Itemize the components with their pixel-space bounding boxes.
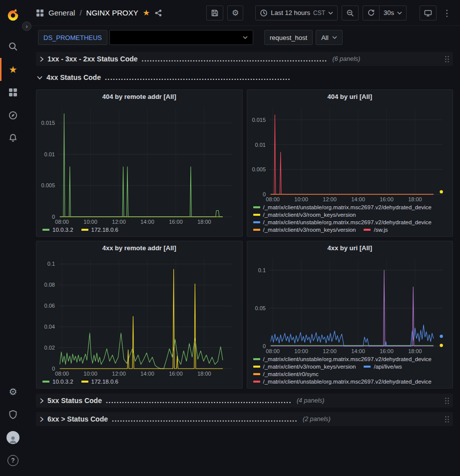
legend-label: /_matrix/client/v3/room_keys/version — [263, 364, 356, 370]
settings-gear-icon: ⚙ — [232, 9, 239, 17]
svg-text:0.1: 0.1 — [258, 267, 265, 273]
row-title-leader: ........................................… — [106, 397, 291, 405]
legend-item[interactable]: 172.18.0.6 — [81, 379, 118, 385]
sidebar: ★ ⚙ — [0, 0, 26, 476]
svg-text:10:00: 10:00 — [294, 348, 308, 354]
sidebar-item-explore[interactable] — [0, 104, 26, 127]
request-host-variable-select[interactable]: All — [316, 30, 342, 45]
svg-text:14:00: 14:00 — [351, 196, 365, 202]
sidebar-bottom: ⚙ ? — [0, 380, 26, 476]
nav-actions: ⚙ Last 12 hours CST 30s — [206, 5, 453, 20]
sidebar-item-profile[interactable] — [0, 426, 26, 449]
search-icon — [8, 41, 18, 51]
svg-text:0.015: 0.015 — [41, 120, 55, 126]
kebab-menu-button[interactable]: ⋮ — [441, 5, 453, 20]
svg-text:0.08: 0.08 — [44, 282, 55, 288]
grafana-logo[interactable] — [0, 4, 26, 26]
datasource-variable-select[interactable] — [109, 30, 253, 45]
row-panel-count: (4 panels) — [297, 397, 325, 404]
svg-text:12:00: 12:00 — [323, 196, 337, 202]
svg-text:0: 0 — [262, 343, 265, 349]
dashboard-settings-button[interactable]: ⚙ — [227, 5, 243, 20]
legend-swatch — [253, 214, 260, 216]
panel-3: 4xx by remote addr [All]00.020.040.060.0… — [36, 241, 243, 389]
caret-down-icon — [332, 36, 337, 39]
legend-item[interactable]: /_matrix/client/unstable/org.matrix.msc2… — [253, 356, 432, 362]
row-6xx[interactable]: 6xx > Status Code ......................… — [36, 412, 453, 426]
cycle-view-mode-button[interactable] — [420, 5, 437, 20]
row-drag-handle[interactable] — [445, 55, 450, 63]
chart-area: 00.0050.010.01508:0010:0012:0014:0016:00… — [247, 103, 453, 203]
legend-swatch — [253, 381, 260, 383]
panel-title[interactable]: 4xx by remote addr [All] — [36, 241, 242, 255]
svg-text:0.04: 0.04 — [44, 324, 55, 330]
chevron-right-icon — [40, 398, 43, 404]
row-drag-handle[interactable] — [445, 397, 450, 405]
favorite-star-icon[interactable]: ★ — [143, 9, 150, 17]
legend-item[interactable]: /_matrix/client/v3/room_keys/version — [253, 212, 356, 218]
help-icon: ? — [7, 455, 18, 466]
legend-item[interactable]: 172.18.0.6 — [81, 227, 118, 233]
share-icon[interactable] — [154, 9, 162, 17]
caret-down-icon — [397, 11, 402, 14]
row-4xx[interactable]: 4xx Status Code ........................… — [36, 70, 453, 84]
panel-legend: 10.0.3.2172.18.0.6 — [36, 377, 242, 388]
chevron-right-icon — [40, 417, 43, 422]
time-series-chart[interactable]: 00.0050.010.01508:0010:0012:0014:0016:00… — [38, 103, 240, 225]
legend-item[interactable]: /_matrix/client/v3/room_keys/version — [253, 364, 356, 370]
time-series-chart[interactable]: 00.050.108:0010:0012:0014:0016:0018:00 — [249, 255, 451, 355]
legend-swatch — [364, 229, 371, 231]
sidebar-item-help[interactable]: ? — [0, 449, 26, 472]
sidebar-item-starred[interactable]: ★ — [0, 58, 26, 81]
legend-swatch — [253, 373, 260, 375]
dashboard-content: 1xx - 3xx - 2xx Status Code ............… — [26, 49, 460, 426]
refresh-interval-dropdown[interactable]: 30s — [379, 5, 407, 20]
legend-item[interactable]: /_matrix/client/r0/sync — [253, 371, 319, 377]
breadcrumb-separator: / — [79, 8, 81, 17]
legend-label: /_matrix/client/unstable/org.matrix.msc2… — [263, 204, 432, 210]
refresh-icon — [367, 9, 375, 17]
svg-text:16:00: 16:00 — [380, 348, 394, 354]
panel-title[interactable]: 404 by uri [All] — [247, 90, 453, 103]
time-range-picker[interactable]: Last 12 hours CST — [255, 5, 338, 20]
row-1xx-3xx-2xx[interactable]: 1xx - 3xx - 2xx Status Code ............… — [36, 52, 453, 66]
legend-item[interactable]: /_matrix/client/unstable/org.matrix.msc2… — [253, 219, 432, 225]
sidebar-item-search[interactable] — [0, 35, 26, 58]
legend-item[interactable]: /_matrix/client/unstable/org.matrix.msc2… — [253, 379, 432, 385]
legend-item[interactable]: /_matrix/client/v3/room_keys/version — [253, 227, 356, 233]
panel-title[interactable]: 404 by remote addr [All] — [36, 90, 242, 103]
sidebar-item-dashboards[interactable] — [0, 81, 26, 104]
breadcrumb-section[interactable]: General — [48, 8, 75, 17]
legend-item[interactable]: /_matrix/client/unstable/org.matrix.msc2… — [253, 204, 432, 210]
refresh-button[interactable] — [363, 5, 380, 20]
legend-label: 10.0.3.2 — [52, 227, 73, 233]
sidebar-item-server-admin[interactable] — [0, 403, 26, 426]
dashboards-grid-icon — [8, 88, 17, 97]
legend-swatch — [253, 221, 260, 223]
datasource-variable-label: DS_PROMETHEUS — [38, 30, 107, 45]
legend-item[interactable]: 10.0.3.2 — [42, 227, 73, 233]
svg-text:18:00: 18:00 — [197, 219, 211, 225]
svg-text:0.005: 0.005 — [41, 182, 55, 188]
legend-item[interactable]: 10.0.3.2 — [42, 379, 73, 385]
sidebar-item-alerting[interactable] — [0, 127, 26, 150]
legend-item[interactable]: /api/live/ws — [364, 364, 402, 370]
zoom-out-button[interactable] — [342, 5, 359, 20]
save-dashboard-button[interactable] — [206, 5, 223, 20]
legend-label: /_matrix/client/r0/sync — [263, 371, 319, 377]
svg-text:18:00: 18:00 — [197, 371, 211, 377]
explore-compass-icon — [8, 110, 18, 120]
legend-swatch — [81, 381, 88, 383]
chevron-down-icon — [37, 76, 42, 79]
svg-text:14:00: 14:00 — [351, 348, 365, 354]
sidebar-item-configuration[interactable]: ⚙ — [0, 380, 26, 403]
row-drag-handle[interactable] — [445, 416, 450, 423]
time-series-chart[interactable]: 00.020.040.060.080.108:0010:0012:0014:00… — [38, 255, 240, 377]
panel-title[interactable]: 4xx by uri [All] — [247, 241, 453, 255]
legend-item[interactable]: /sw.js — [364, 227, 388, 233]
time-series-chart[interactable]: 00.0050.010.01508:0010:0012:0014:0016:00… — [249, 103, 451, 203]
panel-legend: 10.0.3.2172.18.0.6 — [36, 225, 242, 236]
row-5xx[interactable]: 5xx Status Code ........................… — [36, 394, 453, 408]
sidebar-toggle[interactable]: › — [22, 21, 31, 31]
dashboard-title[interactable]: NGINX PROXY — [86, 8, 138, 17]
